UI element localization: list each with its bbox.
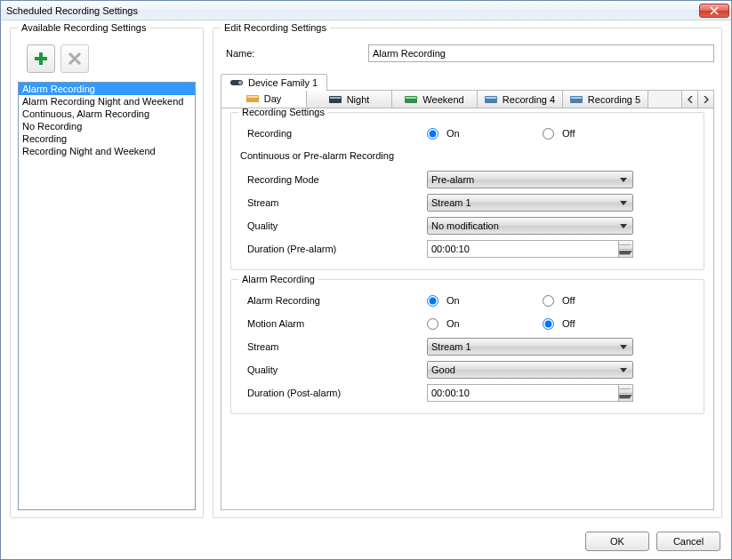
svg-point-3 xyxy=(238,81,242,84)
spin-buttons xyxy=(618,385,632,401)
spin-buttons xyxy=(618,241,632,257)
svg-rect-13 xyxy=(571,97,582,99)
mode-row: Recording Mode Pre-alarm xyxy=(240,168,695,191)
svg-rect-7 xyxy=(330,97,341,99)
edit-settings-group: Edit Recording Settings Name: Device Fam… xyxy=(213,28,722,518)
alarm-quality-value: Good xyxy=(431,364,455,375)
dialog-footer: OK Cancel xyxy=(1,524,731,559)
list-item[interactable]: No Recording xyxy=(19,120,195,132)
duration-spinner[interactable]: 00:00:10 xyxy=(427,240,633,258)
plus-icon xyxy=(33,51,49,67)
tab-day[interactable]: Day xyxy=(221,91,307,108)
list-item[interactable]: Recording Night and Weekend xyxy=(19,145,195,157)
available-settings-title: Available Recording Settings xyxy=(18,22,149,33)
alarm-stream-combo[interactable]: Stream 1 xyxy=(427,338,633,356)
quality-combo[interactable]: No modification xyxy=(427,217,633,235)
recording-settings-section: Recording Settings Recording On Off xyxy=(230,112,704,270)
alarm-duration-spinner[interactable]: 00:00:10 xyxy=(427,384,633,402)
alarm-label: Alarm Recording xyxy=(240,295,427,306)
motion-on-radio[interactable]: On xyxy=(427,318,543,330)
tabs-scroll-left[interactable] xyxy=(681,91,697,108)
mode-value: Pre-alarm xyxy=(431,174,474,185)
dialog-window: Scheduled Recording Settings Available R… xyxy=(0,0,732,560)
duration-row: Duration (Pre-alarm) 00:00:10 xyxy=(240,237,695,260)
name-label: Name: xyxy=(221,48,363,59)
alarm-stream-label: Stream xyxy=(240,341,427,352)
schedule-tabstrip: DayNightWeekendRecording 4Recording 5 xyxy=(221,91,714,108)
tab-weekend[interactable]: Weekend xyxy=(392,91,478,108)
arrow-down-icon xyxy=(619,251,632,255)
alarm-off-input[interactable] xyxy=(543,295,554,307)
cross-icon xyxy=(67,51,83,67)
chevron-right-icon xyxy=(704,96,709,103)
tab-device-label: Device Family 1 xyxy=(248,77,318,88)
available-settings-group: Available Recording Settings Alarm Recor… xyxy=(10,28,204,518)
list-item[interactable]: Continuous, Alarm Recording xyxy=(19,108,195,120)
motion-row: Motion Alarm On Off xyxy=(240,312,695,335)
tabs-scroll-right[interactable] xyxy=(697,91,713,108)
spin-up[interactable] xyxy=(618,241,632,250)
schedule-icon xyxy=(405,95,417,104)
list-item[interactable]: Recording xyxy=(19,132,195,145)
stream-row: Stream Stream 1 xyxy=(240,191,695,214)
schedule-icon xyxy=(246,94,259,103)
list-item[interactable]: Alarm Recording xyxy=(19,83,195,95)
recording-off-radio[interactable]: Off xyxy=(543,128,575,140)
add-button[interactable] xyxy=(27,44,55,73)
list-item[interactable]: Alarm Recording Night and Weekend xyxy=(19,95,195,108)
quality-row: Quality No modification xyxy=(240,214,695,237)
device-tabstrip: Device Family 1 xyxy=(221,73,714,91)
edit-settings-title: Edit Recording Settings xyxy=(221,22,330,33)
quality-label: Quality xyxy=(240,220,427,231)
spin-up[interactable] xyxy=(618,385,632,394)
tab-recording-4[interactable]: Recording 4 xyxy=(478,91,563,108)
tab-label: Recording 5 xyxy=(588,94,640,105)
continuous-subheading: Continuous or Pre-alarm Recording xyxy=(240,150,695,161)
ok-button[interactable]: OK xyxy=(585,532,649,551)
tab-label: Night xyxy=(347,94,370,105)
recording-off-label: Off xyxy=(562,128,575,139)
recording-on-input[interactable] xyxy=(427,128,438,140)
svg-rect-5 xyxy=(247,96,258,98)
stream-label: Stream xyxy=(240,197,427,208)
quality-value: No modification xyxy=(431,220,499,231)
spin-down[interactable] xyxy=(618,250,632,258)
alarm-on-radio[interactable]: On xyxy=(427,295,543,307)
tab-night[interactable]: Night xyxy=(307,91,392,108)
arrow-up-icon xyxy=(619,244,632,245)
schedule-icon xyxy=(570,95,583,104)
svg-rect-11 xyxy=(486,97,496,99)
mode-combo[interactable]: Pre-alarm xyxy=(427,171,633,188)
alarm-quality-row: Quality Good xyxy=(240,358,695,381)
settings-listbox[interactable]: Alarm RecordingAlarm Recording Night and… xyxy=(18,82,196,510)
recording-on-radio[interactable]: On xyxy=(427,128,543,140)
cancel-button[interactable]: Cancel xyxy=(656,532,720,551)
list-toolbar xyxy=(18,41,196,80)
close-button[interactable] xyxy=(699,4,729,18)
recording-off-input[interactable] xyxy=(543,128,554,140)
name-input[interactable] xyxy=(368,44,714,62)
alarm-stream-value: Stream 1 xyxy=(431,341,471,352)
arrow-down-icon xyxy=(619,395,632,399)
alarm-stream-row: Stream Stream 1 xyxy=(240,335,695,358)
motion-on-input[interactable] xyxy=(427,318,438,330)
tab-device-family[interactable]: Device Family 1 xyxy=(221,74,327,91)
motion-off-radio[interactable]: Off xyxy=(543,318,575,330)
motion-label: Motion Alarm xyxy=(240,318,427,329)
alarm-off-radio[interactable]: Off xyxy=(543,295,575,307)
alarm-quality-combo[interactable]: Good xyxy=(427,361,633,379)
alarm-duration-label: Duration (Post-alarm) xyxy=(240,388,427,398)
tab-recording-5[interactable]: Recording 5 xyxy=(563,91,648,108)
delete-button[interactable] xyxy=(60,44,89,73)
tab-label: Day xyxy=(264,93,282,104)
duration-label: Duration (Pre-alarm) xyxy=(240,244,427,254)
stream-combo[interactable]: Stream 1 xyxy=(427,194,633,212)
motion-on-label: On xyxy=(446,318,460,329)
svg-rect-1 xyxy=(35,57,47,60)
schedule-icon xyxy=(329,95,342,104)
svg-rect-9 xyxy=(406,97,416,99)
alarm-on-input[interactable] xyxy=(427,295,438,307)
motion-off-input[interactable] xyxy=(543,318,554,330)
spin-down[interactable] xyxy=(618,394,632,402)
mode-label: Recording Mode xyxy=(240,174,427,185)
